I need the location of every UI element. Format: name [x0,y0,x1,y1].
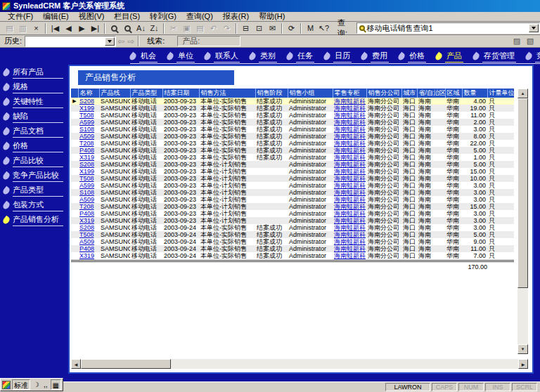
shop-link[interactable]: 海南蛙新科 [334,189,366,196]
sidebar-item-2[interactable]: 关键特性 [0,95,67,110]
product-link[interactable]: X319 [79,217,94,224]
product-link[interactable]: T508 [79,231,94,238]
product-link[interactable]: A599 [79,119,94,126]
sort-ascending-icon[interactable]: A↓ [134,22,148,34]
prev-record-icon[interactable]: ◀ [62,22,75,34]
shop-link[interactable]: 海南蛙新科 [334,161,366,168]
sidebar-item-0[interactable]: 所有产品 [0,65,67,80]
menu-item-4[interactable]: 转到(G) [145,12,181,21]
shop-link[interactable]: 海南蛙新科 [334,217,366,224]
menu-item-0[interactable]: 文件(F) [3,12,38,21]
product-link[interactable]: X199 [79,105,94,112]
col-header-12[interactable]: 数量 [462,89,487,98]
table-row[interactable]: A509SAMSUNG移动电话2003-09-23本单位-计划销售Adminis… [71,196,514,203]
tab-3[interactable]: 类别 [250,51,277,63]
product-link[interactable]: T508 [79,112,94,119]
table-row[interactable]: A509SAMSUNG移动电话2003-09-24本单位-实际销售结案成功Adm… [71,238,514,245]
shop-link[interactable]: 海南蛙新科 [334,231,366,238]
table-row[interactable]: S108SAMSUNG移动电话2003-09-23本单位-实际销售结案成功Adm… [71,126,514,133]
shop-link[interactable]: 海南蛙新科 [334,210,366,217]
tab-0[interactable]: 机会 [130,51,158,63]
query-combobox[interactable]: 移动电话销售查询1 [356,22,540,34]
col-header-1[interactable]: 产品线 [99,89,130,98]
col-header-2[interactable]: 产品类型 [130,89,162,98]
product-link[interactable]: S208 [79,161,94,168]
table-row[interactable]: A509SAMSUNG移动电话2003-09-23本单位-实际销售结案成功Adm… [71,133,514,140]
vertical-scroll-thumb[interactable] [518,98,528,288]
horizontal-scrollbar[interactable]: ◀ ▶ [71,359,528,369]
table-row[interactable]: X199SAMSUNG移动电话2003-09-23本单位-实际销售结案成功Adm… [71,105,514,112]
table-row[interactable]: A599SAMSUNG移动电话2003-09-23本单位-实际销售结案成功Adm… [71,119,514,126]
ime-mode-label[interactable]: 标准 [12,379,30,390]
table-row[interactable]: T508SAMSUNG移动电话2003-09-24本单位-实际销售结案成功Adm… [71,231,514,238]
shop-link[interactable]: 海南蛙新科 [334,245,366,252]
ime-halfwidth-icon[interactable]: ☽ [32,379,41,390]
scroll-right-icon[interactable]: ▶ [518,359,528,369]
menu-item-1[interactable]: 编辑(E) [38,12,74,21]
product-link[interactable]: P408 [79,245,94,252]
col-header-3[interactable]: 结案日期 [162,89,199,98]
shop-link[interactable]: 海南蛙新科 [334,98,366,105]
sidebar-item-9[interactable]: 包装方式 [0,198,67,213]
product-link[interactable]: S208 [79,98,94,105]
product-link[interactable]: S208 [79,224,94,231]
find-all-icon[interactable]: M [304,22,317,34]
shop-link[interactable]: 海南蛙新科 [334,182,366,189]
product-link[interactable]: A509 [79,238,94,245]
product-link[interactable]: A599 [79,182,94,189]
col-header-10[interactable]: 省/自治区 [417,89,445,98]
menu-item-6[interactable]: 报表(R) [218,12,254,21]
shop-link[interactable]: 海南蛙新科 [334,112,366,119]
product-link[interactable]: X199 [79,168,94,175]
shop-link[interactable]: 海南蛙新科 [334,105,366,112]
ime-logo-icon[interactable] [2,381,11,389]
forward-icon[interactable]: ⇨ [127,37,134,46]
col-header-7[interactable]: 零售专柜 [333,89,366,98]
tab-6[interactable]: 费用 [361,51,389,63]
shop-link[interactable]: 海南蛙新科 [334,252,366,259]
table-row[interactable]: ▶S208SAMSUNG移动电话2003-09-23本单位-实际销售结案成功Ad… [71,98,514,105]
find-icon[interactable] [108,22,121,34]
product-link[interactable]: T508 [79,175,94,182]
back-icon[interactable]: ⇦ [117,37,124,46]
col-header-6[interactable]: 销售小组 [288,89,333,98]
table-row[interactable]: S208SAMSUNG移动电话2003-09-23本单位-计划销售Adminis… [71,161,514,168]
table-row[interactable]: T508SAMSUNG移动电话2003-09-23本单位-计划销售Adminis… [71,175,514,182]
col-header-11[interactable]: 区域 [445,89,462,98]
col-header-9[interactable]: 城市 [401,89,417,98]
mail-icon[interactable]: ✉ [266,22,279,34]
delete-record-icon[interactable]: × [30,22,43,34]
product-link[interactable]: X319 [79,252,94,259]
edit-layout-icon[interactable]: ▧ [525,37,536,46]
table-row[interactable]: T508SAMSUNG移动电话2003-09-23本单位-实际销售结案成功Adm… [71,112,514,119]
vertical-scrollbar[interactable]: ▲ ▼ [518,89,528,354]
query-dropdown-arrow[interactable] [529,24,539,32]
shop-link[interactable]: 海南蛙新科 [334,126,366,133]
help-pointer-icon[interactable]: ↖? [317,22,330,34]
product-link[interactable]: S108 [79,126,94,133]
col-header-4[interactable]: 销售方法 [199,89,255,98]
col-header-13[interactable]: 计量单位 [487,89,514,98]
tab-8[interactable]: 产品 [436,51,463,63]
table-row[interactable]: X199SAMSUNG移动电话2003-09-23本单位-计划销售Adminis… [71,168,514,175]
shop-link[interactable]: 海南蛙新科 [334,119,366,126]
sidebar-item-7[interactable]: 竞争产品比较 [0,169,67,183]
table-row[interactable]: S108SAMSUNG移动电话2003-09-23本单位-计划销售Adminis… [71,189,514,196]
shop-link[interactable]: 海南蛙新科 [334,133,366,140]
shop-link[interactable]: 海南蛙新科 [334,154,366,161]
product-link[interactable]: P408 [79,210,94,217]
shop-link[interactable]: 海南蛙新科 [334,224,366,231]
ime-punctuation-icon[interactable]: ,, [42,379,49,390]
first-record-icon[interactable]: |◀ [49,22,62,34]
horizontal-scroll-thumb[interactable] [81,359,171,369]
table-row[interactable]: X319SAMSUNG移动电话2003-09-23本单位-计划销售Adminis… [71,217,514,224]
table-row[interactable]: A599SAMSUNG移动电话2003-09-23本单位-计划销售Adminis… [71,182,514,189]
export-icon[interactable]: ⊡ [252,22,266,34]
sidebar-item-3[interactable]: 缺陷 [0,110,67,124]
sidebar-item-4[interactable]: 产品文档 [0,124,67,139]
product-link[interactable]: A509 [79,133,94,140]
shop-link[interactable]: 海南蛙新科 [334,196,366,203]
sidebar-item-10[interactable]: 产品销售分析 [0,213,67,228]
ime-keyboard-icon[interactable]: ▦ [51,379,61,390]
product-link[interactable]: S108 [79,189,94,196]
